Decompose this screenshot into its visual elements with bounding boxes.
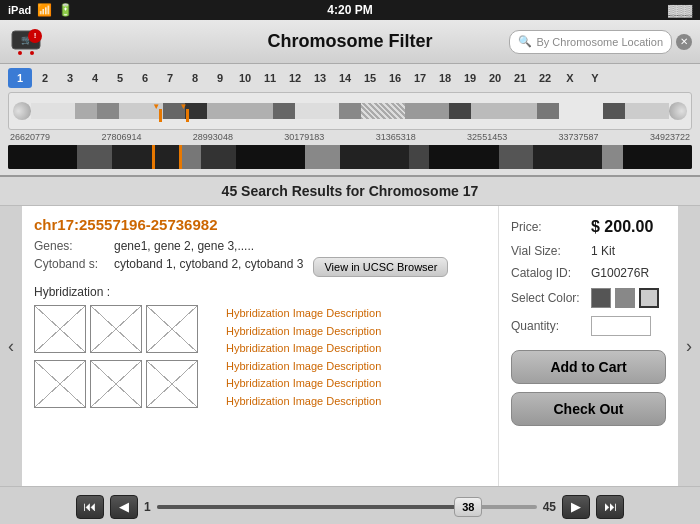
slider-thumb[interactable]: 38 [454, 497, 482, 517]
chrom-num-5[interactable]: 5 [108, 68, 132, 88]
svg-point-2 [30, 51, 34, 55]
color-swatch-light[interactable] [639, 288, 659, 308]
results-header: 45 Search Results for Chromosome 17 [0, 177, 700, 206]
chrom-num-X[interactable]: X [558, 68, 582, 88]
status-right: ▓▓▓ [668, 4, 692, 16]
page-slider[interactable]: 38 [157, 505, 537, 509]
hyb-image-box[interactable] [146, 360, 198, 408]
prev-page-button[interactable]: ◀ [110, 495, 138, 519]
quantity-input[interactable] [591, 316, 651, 336]
cytobands-value: cytoband 1, cytoband 2, cytoband 3 [114, 257, 303, 271]
chrom-num-9[interactable]: 9 [208, 68, 232, 88]
search-area[interactable]: 🔍 By Chromosome Location ✕ [509, 30, 692, 54]
current-page-display: 38 [462, 501, 474, 513]
search-close-button[interactable]: ✕ [676, 34, 692, 50]
total-pages: 45 [543, 500, 556, 514]
chrom-num-7[interactable]: 7 [158, 68, 182, 88]
chrom-num-18[interactable]: 18 [433, 68, 457, 88]
hyb-description: Hybridization Image Description [226, 358, 381, 376]
chrom-num-2[interactable]: 2 [33, 68, 57, 88]
chromosome-markers: 2662077927806914289930483017918331365318… [8, 132, 692, 142]
chromosome-numbers: 12345678910111213141516171819202122XY [8, 68, 692, 88]
color-swatch-medium[interactable] [615, 288, 635, 308]
color-swatches[interactable] [591, 288, 659, 308]
chrom-num-4[interactable]: 4 [83, 68, 107, 88]
cart-badge: ! [28, 29, 42, 43]
chrom-num-22[interactable]: 22 [533, 68, 557, 88]
hyb-description: Hybridization Image Description [226, 305, 381, 323]
status-time: 4:20 PM [327, 3, 372, 17]
chrom-num-17[interactable]: 17 [408, 68, 432, 88]
chromosome-bottom-row [8, 145, 692, 169]
chrom-position: 26620779 [10, 132, 50, 142]
first-page-icon: ⏮ [83, 499, 96, 514]
cart-area[interactable]: 🛒 ! [10, 29, 42, 55]
chrom-num-8[interactable]: 8 [183, 68, 207, 88]
vial-size-value: 1 Kit [591, 244, 615, 258]
chrom-position: 30179183 [284, 132, 324, 142]
cytobands-label: Cytoband s: [34, 257, 114, 271]
chrom-position: 34923722 [650, 132, 690, 142]
chrom-position: 28993048 [193, 132, 233, 142]
hyb-image-box[interactable] [146, 305, 198, 353]
chrom-right-cap [669, 102, 687, 119]
next-page-button[interactable]: ▶ [562, 495, 590, 519]
prev-page-icon: ◀ [119, 499, 129, 514]
page-title: Chromosome Filter [267, 31, 432, 52]
left-arrow-icon: ‹ [8, 336, 14, 357]
hyb-image-box[interactable] [90, 360, 142, 408]
prev-result-button[interactable]: ‹ [0, 206, 22, 486]
chrom-num-15[interactable]: 15 [358, 68, 382, 88]
hyb-description: Hybridization Image Description [226, 340, 381, 358]
chrom-num-3[interactable]: 3 [58, 68, 82, 88]
hyb-description: Hybridization Image Description [226, 323, 381, 341]
search-box[interactable]: 🔍 By Chromosome Location [509, 30, 672, 54]
triangle-marker-2: ▼ [180, 102, 188, 111]
hyb-image-box[interactable] [34, 360, 86, 408]
triangle-marker-1: ▼ [152, 102, 160, 111]
battery-icon: 🔋 [58, 3, 73, 17]
chrom-num-19[interactable]: 19 [458, 68, 482, 88]
vial-size-label: Vial Size: [511, 244, 583, 258]
hyb-description: Hybridization Image Description [226, 375, 381, 393]
catalog-id-label: Catalog ID: [511, 266, 583, 280]
hyb-image-box[interactable] [34, 305, 86, 353]
hyb-description: Hybridization Image Description [226, 393, 381, 411]
next-result-button[interactable]: › [678, 206, 700, 486]
hybridization-section: Hybridization : Hybridization Image Desc… [34, 285, 486, 411]
hybridization-images [34, 305, 214, 411]
hyb-image-box[interactable] [90, 305, 142, 353]
vial-size-row: Vial Size: 1 Kit [511, 244, 666, 258]
right-arrow-icon: › [686, 336, 692, 357]
hybridization-label: Hybridization : [34, 285, 486, 299]
last-page-button[interactable]: ⏭ [596, 495, 624, 519]
catalog-id-value: G100276R [591, 266, 649, 280]
wifi-icon: 📶 [37, 3, 52, 17]
chrom-num-6[interactable]: 6 [133, 68, 157, 88]
chrom-num-16[interactable]: 16 [383, 68, 407, 88]
chrom-num-1[interactable]: 1 [8, 68, 32, 88]
top-bar: 🛒 ! Chromosome Filter 🔍 By Chromosome Lo… [0, 20, 700, 64]
color-swatch-dark[interactable] [591, 288, 611, 308]
price-row: Price: $ 200.00 [511, 218, 666, 236]
chrom-position: 32551453 [467, 132, 507, 142]
add-to-cart-button[interactable]: Add to Cart [511, 350, 666, 384]
chrom-num-20[interactable]: 20 [483, 68, 507, 88]
chrom-position: 31365318 [376, 132, 416, 142]
price-panel: Price: $ 200.00 Vial Size: 1 Kit Catalog… [498, 206, 678, 486]
slider-track [157, 505, 469, 509]
chrom-num-12[interactable]: 12 [283, 68, 307, 88]
chrom-num-11[interactable]: 11 [258, 68, 282, 88]
product-title: chr17:25557196-25736982 [34, 216, 486, 233]
checkout-button[interactable]: Check Out [511, 392, 666, 426]
chrom-num-13[interactable]: 13 [308, 68, 332, 88]
first-page-button[interactable]: ⏮ [76, 495, 104, 519]
quantity-label: Quantity: [511, 319, 583, 333]
chrom-num-10[interactable]: 10 [233, 68, 257, 88]
chrom-num-21[interactable]: 21 [508, 68, 532, 88]
status-bar: iPad 📶 🔋 4:20 PM ▓▓▓ [0, 0, 700, 20]
page-start: 1 [144, 500, 151, 514]
chrom-num-Y[interactable]: Y [583, 68, 607, 88]
ucsc-browser-button[interactable]: View in UCSC Browser [313, 257, 448, 277]
chrom-num-14[interactable]: 14 [333, 68, 357, 88]
